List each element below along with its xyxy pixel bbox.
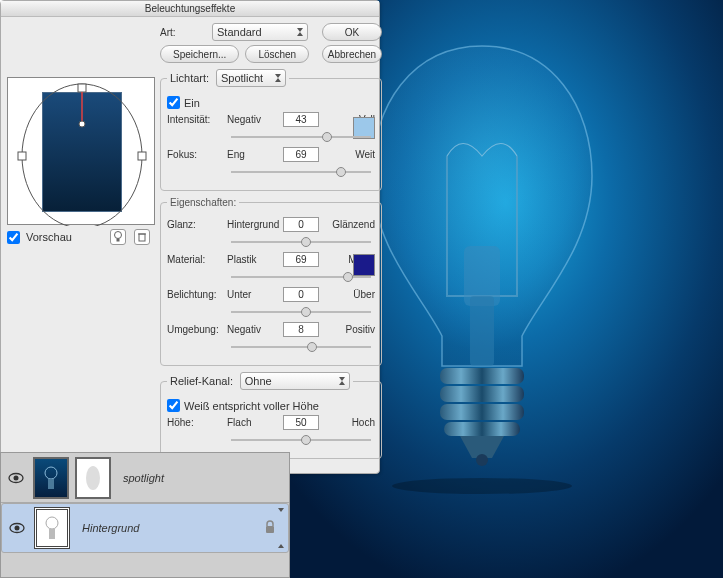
- svg-rect-4: [440, 404, 524, 420]
- exposure-value[interactable]: 0: [283, 287, 319, 302]
- preview-label: Vorschau: [26, 231, 72, 243]
- svg-point-24: [15, 526, 20, 531]
- gloss-value[interactable]: 0: [283, 217, 319, 232]
- intensity-slider[interactable]: [231, 130, 371, 144]
- lichtart-group: Lichtart: Spotlicht Ein Intensität: Nega…: [160, 69, 382, 191]
- svg-point-14: [115, 232, 122, 239]
- svg-rect-26: [49, 529, 55, 539]
- layer-name[interactable]: spotlight: [123, 472, 164, 484]
- svg-rect-3: [440, 386, 524, 402]
- svg-point-19: [14, 475, 19, 480]
- save-button[interactable]: Speichern...: [160, 45, 239, 63]
- layer-name[interactable]: Hintergrund: [82, 522, 139, 534]
- art-select[interactable]: Standard: [212, 23, 308, 41]
- layer-thumbnail[interactable]: [33, 457, 69, 499]
- height-slider[interactable]: [231, 433, 371, 447]
- relief-group: Relief-Kanal: Ohne Weiß entspricht volle…: [160, 372, 382, 459]
- svg-rect-1: [470, 296, 494, 366]
- exposure-slider[interactable]: [231, 305, 371, 319]
- layers-panel: spotlight Hintergrund: [0, 452, 290, 578]
- svg-rect-21: [48, 479, 54, 489]
- svg-point-20: [45, 467, 57, 479]
- visibility-icon[interactable]: [5, 467, 27, 489]
- layer-row-spotlight[interactable]: spotlight: [1, 453, 289, 503]
- art-label: Art:: [160, 27, 206, 38]
- svg-rect-11: [138, 152, 146, 160]
- layer-mask-thumbnail[interactable]: [75, 457, 111, 499]
- eigenschaften-group: Eigenschaften: Glanz: Hintergrund 0 Glän…: [160, 197, 382, 366]
- focus-value[interactable]: 69: [283, 147, 319, 162]
- svg-rect-5: [444, 422, 520, 436]
- cancel-button[interactable]: Abbrechen: [322, 45, 382, 63]
- svg-rect-27: [266, 526, 274, 533]
- svg-rect-9: [78, 84, 86, 92]
- ein-checkbox[interactable]: [167, 96, 180, 109]
- preview-checkbox[interactable]: [7, 231, 20, 244]
- svg-point-22: [86, 466, 100, 490]
- svg-rect-2: [440, 368, 524, 384]
- visibility-icon[interactable]: [6, 517, 28, 539]
- trash-icon[interactable]: [134, 229, 150, 245]
- gloss-slider[interactable]: [231, 235, 371, 249]
- delete-button[interactable]: Löschen: [245, 45, 309, 63]
- height-value[interactable]: 50: [283, 415, 319, 430]
- svg-point-25: [46, 517, 58, 529]
- layer-row-background[interactable]: Hintergrund: [1, 503, 289, 553]
- svg-point-13: [79, 121, 85, 127]
- weiss-checkbox[interactable]: [167, 399, 180, 412]
- lock-icon: [264, 520, 276, 536]
- svg-rect-15: [117, 239, 120, 242]
- layer-thumbnail[interactable]: [34, 507, 70, 549]
- svg-rect-16: [139, 234, 145, 241]
- ambience-value[interactable]: 8: [283, 322, 319, 337]
- svg-rect-10: [18, 152, 26, 160]
- ok-button[interactable]: OK: [322, 23, 382, 41]
- material-value[interactable]: 69: [283, 252, 319, 267]
- ambience-slider[interactable]: [231, 340, 371, 354]
- svg-point-7: [392, 478, 572, 494]
- intensity-value[interactable]: 43: [283, 112, 319, 127]
- lightbulb-icon[interactable]: [110, 229, 126, 245]
- preview-canvas[interactable]: [7, 77, 155, 225]
- svg-point-6: [476, 454, 488, 466]
- dialog-title: Beleuchtungseffekte: [1, 1, 379, 17]
- material-slider[interactable]: [231, 270, 371, 284]
- lichtart-select[interactable]: Spotlicht: [216, 69, 286, 87]
- relief-select[interactable]: Ohne: [240, 372, 350, 390]
- lighting-effects-dialog: Beleuchtungseffekte Vorschau: [0, 0, 380, 474]
- focus-slider[interactable]: [231, 165, 371, 179]
